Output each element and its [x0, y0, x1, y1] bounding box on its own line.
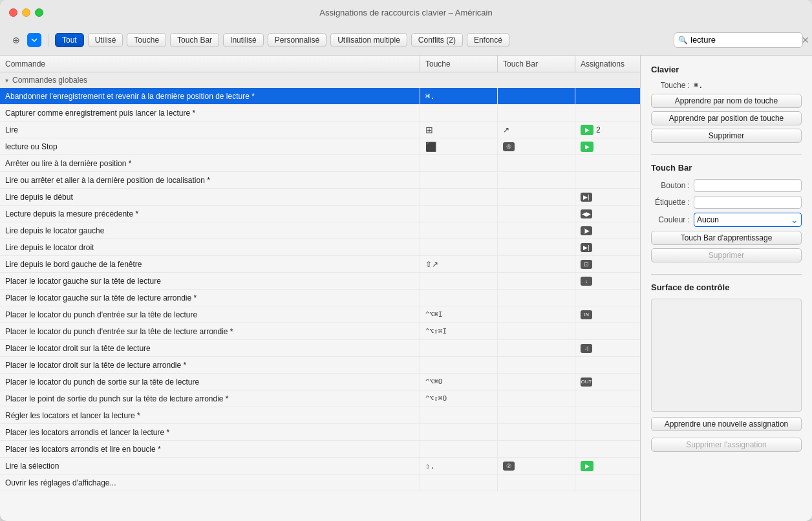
btn-apprendre-assignation[interactable]: Apprendre une nouvelle assignation: [651, 417, 802, 431]
search-input[interactable]: [690, 35, 799, 45]
cell-command: Lire ou arrêter et aller à la dernière p…: [0, 172, 420, 188]
maximize-button[interactable]: [35, 8, 43, 17]
cell-command: Lecture depuis la mesure précédente *: [0, 206, 420, 222]
btn-apprendre-position[interactable]: Apprendre par position de touche: [651, 111, 802, 125]
cell-assignations: [575, 105, 640, 121]
cell-touche: [420, 189, 498, 205]
btn-touchbar-supprimer[interactable]: Supprimer: [651, 248, 802, 262]
btn-apprendre-nom[interactable]: Apprendre par nom de touche: [651, 94, 802, 108]
table-row[interactable]: lecture ou Stop ⬛ ④ ▶: [0, 138, 640, 155]
table-row[interactable]: Ouvrir les réglages d'affichage...: [0, 474, 640, 491]
table-row[interactable]: Placer les locators arrondis et lire en …: [0, 441, 640, 458]
table-row[interactable]: Lire depuis le locator gauche |▶: [0, 222, 640, 239]
etiquette-input[interactable]: [694, 196, 802, 209]
btn-touchbar-apprentissage[interactable]: Touch Bar d'apprentissage: [651, 231, 802, 245]
minimize-button[interactable]: [22, 8, 30, 17]
cell-touche: [420, 290, 498, 306]
tb-icon: |▶: [581, 226, 592, 235]
etiquette-label: Étiquette :: [651, 198, 690, 207]
cell-assignations: ▶|: [575, 189, 640, 205]
table-row[interactable]: Capturer comme enregistrement puis lance…: [0, 105, 640, 122]
cell-command: Abandonner l'enregistrement et revenir à…: [0, 88, 420, 104]
group-label: Commandes globales: [12, 76, 87, 85]
couleur-select[interactable]: Aucun ⌄: [694, 213, 802, 227]
cell-command: Ouvrir les réglages d'affichage...: [0, 474, 420, 491]
filter-conflits[interactable]: Conflits (2): [411, 33, 463, 47]
cell-command: Placer le locator du punch de sortie sur…: [0, 374, 420, 390]
table-row[interactable]: Lire depuis le début ▶|: [0, 189, 640, 206]
cell-touche: [420, 172, 498, 188]
cell-touchbar: [498, 390, 575, 407]
cell-assignations: ↓|: [575, 340, 640, 356]
cell-assignations: ⊡: [575, 256, 640, 272]
close-button[interactable]: [9, 8, 17, 17]
table-row[interactable]: Lire depuis le bord gauche de la fenêtre…: [0, 256, 640, 273]
header-touchbar: Touch Bar: [498, 56, 575, 72]
couleur-value: Aucun: [697, 215, 791, 224]
cell-assignations: [575, 474, 640, 491]
clavier-section: Clavier Touche : ⌘. Apprendre par nom de…: [651, 65, 802, 143]
cell-assignations: IN: [575, 306, 640, 323]
table-row[interactable]: Lecture depuis la mesure précédente * ◀▶: [0, 206, 640, 222]
filter-touche[interactable]: Touche: [127, 33, 166, 47]
cell-assignations: ◀▶: [575, 206, 640, 222]
table-row[interactable]: Placer le point de sortie du punch sur l…: [0, 390, 640, 407]
cell-touche: [420, 340, 498, 356]
cell-touchbar: [498, 306, 575, 323]
table-row[interactable]: Lire ou arrêter et aller à la dernière p…: [0, 172, 640, 189]
table-row[interactable]: Lire ⊞ ↗ ▶ 2: [0, 122, 640, 138]
table-row[interactable]: Placer le locator du punch d'entrée sur …: [0, 323, 640, 340]
table-row[interactable]: Placer le locator du punch de sortie sur…: [0, 374, 640, 390]
cell-touche: [420, 239, 498, 255]
cell-touchbar: [498, 323, 575, 339]
bouton-input[interactable]: [694, 179, 802, 192]
add-button[interactable]: ⊕: [9, 33, 23, 47]
table-row[interactable]: Placer le locator droit sur la tête de l…: [0, 357, 640, 374]
filter-utilisation-multiple[interactable]: Utilisation multiple: [330, 33, 407, 47]
cell-assignations: [575, 323, 640, 339]
cell-command: Placer le locator gauche sur la tête de …: [0, 273, 420, 289]
cell-assignations: [575, 88, 640, 104]
search-clear-icon[interactable]: ✕: [802, 36, 809, 45]
cell-touchbar: [498, 206, 575, 222]
btn-supprimer-clavier[interactable]: Supprimer: [651, 129, 802, 143]
cell-touchbar: [498, 105, 575, 121]
couleur-row: Couleur : Aucun ⌄: [651, 213, 802, 227]
filter-touchbar[interactable]: Touch Bar: [170, 33, 219, 47]
surface-section: Surface de contrôle Apprendre une nouvel…: [651, 282, 802, 455]
cell-touchbar: ④: [498, 138, 575, 154]
btn-supprimer-assignation[interactable]: Supprimer l'assignation: [651, 438, 802, 452]
touche-label: Touche :: [651, 81, 690, 90]
table-row[interactable]: Placer le locator droit sur la tête de l…: [0, 340, 640, 357]
table-row[interactable]: Régler les locators et lancer la lecture…: [0, 407, 640, 424]
cell-touchbar: [498, 239, 575, 255]
table-row[interactable]: Placer le locator gauche sur la tête de …: [0, 290, 640, 306]
cell-touche: [420, 407, 498, 423]
filter-tout[interactable]: Tout: [55, 33, 84, 47]
cell-command: Placer le locator gauche sur la tête de …: [0, 290, 420, 306]
cell-command: Lire depuis le bord gauche de la fenêtre: [0, 256, 420, 272]
cell-touche: [420, 441, 498, 457]
table-row[interactable]: Lire depuis le locator droit ▶|: [0, 239, 640, 256]
tb-icon: ↓|: [581, 344, 592, 353]
cell-command: Capturer comme enregistrement puis lance…: [0, 105, 420, 121]
divider-1: [651, 154, 802, 155]
table-row[interactable]: Placer le locator du punch d'entrée sur …: [0, 306, 640, 323]
touchbar-badge: ④: [503, 142, 515, 151]
table-row[interactable]: Abandonner l'enregistrement et revenir à…: [0, 88, 640, 105]
cell-touchbar: [498, 424, 575, 440]
dropdown-button[interactable]: [27, 33, 41, 47]
filter-personnalise[interactable]: Personnalisé: [268, 33, 326, 47]
tb-icon: ◀▶: [581, 209, 592, 218]
table-row[interactable]: Placer le locator gauche sur la tête de …: [0, 273, 640, 290]
play-icon: ▶: [581, 142, 593, 152]
table-row[interactable]: Placer les locators arrondis et lancer l…: [0, 424, 640, 441]
table-row[interactable]: Lire la sélection ⇧. ② ▶: [0, 458, 640, 474]
filter-enfonce[interactable]: Enfoncé: [467, 33, 509, 47]
filter-inutilise[interactable]: Inutilisé: [223, 33, 264, 47]
filter-utilise[interactable]: Utilisé: [88, 33, 123, 47]
cell-assignations: [575, 407, 640, 423]
cell-assignations: ↓: [575, 273, 640, 289]
table-row[interactable]: Arrêter ou lire à la dernière position *: [0, 155, 640, 172]
group-header-globales[interactable]: ▾ Commandes globales: [0, 72, 640, 88]
